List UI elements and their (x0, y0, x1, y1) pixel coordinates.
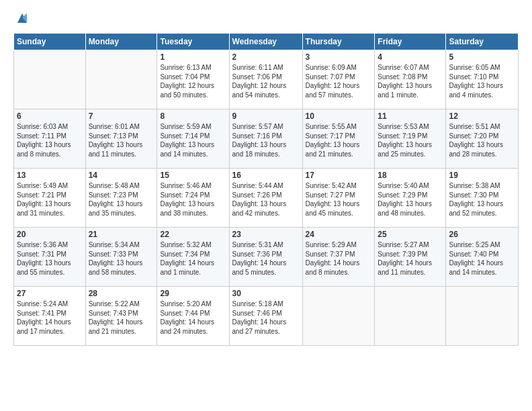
calendar-cell: 17Sunrise: 5:42 AM Sunset: 7:27 PM Dayli… (302, 169, 375, 228)
day-info: Sunrise: 5:57 AM Sunset: 7:16 PM Dayligh… (232, 122, 300, 158)
day-info: Sunrise: 6:01 AM Sunset: 7:13 PM Dayligh… (89, 122, 154, 158)
day-info: Sunrise: 5:51 AM Sunset: 7:20 PM Dayligh… (449, 122, 515, 158)
calendar-cell: 16Sunrise: 5:44 AM Sunset: 7:26 PM Dayli… (229, 169, 302, 228)
day-info: Sunrise: 6:03 AM Sunset: 7:11 PM Dayligh… (17, 122, 83, 158)
day-number: 27 (17, 289, 83, 298)
calendar-cell: 14Sunrise: 5:48 AM Sunset: 7:23 PM Dayli… (85, 169, 157, 228)
day-number: 6 (17, 111, 83, 121)
day-info: Sunrise: 6:05 AM Sunset: 7:10 PM Dayligh… (449, 63, 515, 99)
calendar-cell (85, 50, 157, 109)
day-number: 17 (306, 171, 372, 180)
calendar-cell: 10Sunrise: 5:55 AM Sunset: 7:17 PM Dayli… (302, 109, 375, 169)
day-number: 12 (449, 111, 515, 121)
calendar-cell: 4Sunrise: 6:07 AM Sunset: 7:08 PM Daylig… (375, 50, 446, 109)
calendar-cell: 2Sunrise: 6:11 AM Sunset: 7:06 PM Daylig… (229, 50, 302, 109)
calendar-week-row: 13Sunrise: 5:49 AM Sunset: 7:21 PM Dayli… (14, 169, 519, 228)
logo (13, 11, 30, 29)
calendar-table: SundayMondayTuesdayWednesdayThursdayFrid… (13, 33, 519, 346)
day-number: 8 (160, 111, 226, 121)
calendar-cell: 8Sunrise: 5:59 AM Sunset: 7:14 PM Daylig… (157, 109, 229, 169)
day-number: 15 (160, 171, 226, 180)
calendar-cell: 6Sunrise: 6:03 AM Sunset: 7:11 PM Daylig… (14, 109, 86, 169)
day-number: 20 (17, 230, 83, 239)
calendar-cell: 25Sunrise: 5:27 AM Sunset: 7:39 PM Dayli… (375, 228, 446, 287)
day-number: 7 (89, 111, 154, 121)
calendar-cell: 5Sunrise: 6:05 AM Sunset: 7:10 PM Daylig… (446, 50, 519, 109)
calendar-cell: 12Sunrise: 5:51 AM Sunset: 7:20 PM Dayli… (446, 109, 519, 169)
day-info: Sunrise: 5:32 AM Sunset: 7:34 PM Dayligh… (160, 240, 226, 277)
day-info: Sunrise: 5:38 AM Sunset: 7:30 PM Dayligh… (449, 181, 515, 218)
calendar-cell: 23Sunrise: 5:31 AM Sunset: 7:36 PM Dayli… (229, 228, 302, 287)
day-info: Sunrise: 5:24 AM Sunset: 7:41 PM Dayligh… (17, 300, 83, 336)
day-number: 5 (449, 52, 515, 62)
calendar-cell: 22Sunrise: 5:32 AM Sunset: 7:34 PM Dayli… (157, 228, 229, 287)
day-info: Sunrise: 5:53 AM Sunset: 7:19 PM Dayligh… (378, 122, 443, 158)
calendar-week-row: 1Sunrise: 6:13 AM Sunset: 7:04 PM Daylig… (14, 50, 519, 109)
calendar-header-row: SundayMondayTuesdayWednesdayThursdayFrid… (14, 34, 519, 50)
day-number: 16 (232, 171, 300, 180)
calendar-cell: 7Sunrise: 6:01 AM Sunset: 7:13 PM Daylig… (85, 109, 157, 169)
calendar-cell: 24Sunrise: 5:29 AM Sunset: 7:37 PM Dayli… (302, 228, 375, 287)
calendar-header-sunday: Sunday (14, 34, 86, 50)
calendar-cell (302, 287, 375, 346)
day-number: 14 (89, 171, 154, 180)
calendar-cell: 3Sunrise: 6:09 AM Sunset: 7:07 PM Daylig… (302, 50, 375, 109)
day-number: 25 (378, 230, 443, 239)
day-number: 4 (378, 52, 443, 62)
day-info: Sunrise: 6:13 AM Sunset: 7:04 PM Dayligh… (160, 63, 226, 99)
day-info: Sunrise: 5:44 AM Sunset: 7:26 PM Dayligh… (232, 181, 300, 218)
day-number: 23 (232, 230, 300, 239)
day-info: Sunrise: 5:48 AM Sunset: 7:23 PM Dayligh… (89, 181, 154, 218)
calendar-header-friday: Friday (375, 34, 446, 50)
calendar-cell: 26Sunrise: 5:25 AM Sunset: 7:40 PM Dayli… (446, 228, 519, 287)
day-number: 21 (89, 230, 154, 239)
calendar-cell (446, 287, 519, 346)
calendar-cell: 30Sunrise: 5:18 AM Sunset: 7:46 PM Dayli… (229, 287, 302, 346)
day-number: 1 (160, 52, 226, 62)
day-number: 3 (306, 52, 372, 62)
day-info: Sunrise: 5:31 AM Sunset: 7:36 PM Dayligh… (232, 240, 300, 277)
day-info: Sunrise: 5:55 AM Sunset: 7:17 PM Dayligh… (306, 122, 372, 158)
calendar-header-tuesday: Tuesday (157, 34, 229, 50)
day-number: 9 (232, 111, 300, 121)
day-number: 2 (232, 52, 300, 62)
calendar-cell (375, 287, 446, 346)
calendar-cell: 18Sunrise: 5:40 AM Sunset: 7:29 PM Dayli… (375, 169, 446, 228)
day-number: 24 (306, 230, 372, 239)
day-number: 13 (17, 171, 83, 180)
day-number: 29 (160, 289, 226, 298)
calendar-cell: 20Sunrise: 5:36 AM Sunset: 7:31 PM Dayli… (14, 228, 86, 287)
calendar-cell (14, 50, 86, 109)
calendar-cell: 27Sunrise: 5:24 AM Sunset: 7:41 PM Dayli… (14, 287, 86, 346)
calendar-cell: 21Sunrise: 5:34 AM Sunset: 7:33 PM Dayli… (85, 228, 157, 287)
day-info: Sunrise: 5:36 AM Sunset: 7:31 PM Dayligh… (17, 240, 83, 277)
day-info: Sunrise: 5:27 AM Sunset: 7:39 PM Dayligh… (378, 240, 443, 277)
day-info: Sunrise: 5:25 AM Sunset: 7:40 PM Dayligh… (449, 240, 515, 277)
calendar-cell: 28Sunrise: 5:22 AM Sunset: 7:43 PM Dayli… (85, 287, 157, 346)
day-info: Sunrise: 5:40 AM Sunset: 7:29 PM Dayligh… (378, 181, 443, 218)
day-number: 18 (378, 171, 443, 180)
calendar-week-row: 6Sunrise: 6:03 AM Sunset: 7:11 PM Daylig… (14, 109, 519, 169)
day-number: 28 (89, 289, 154, 298)
calendar-cell: 29Sunrise: 5:20 AM Sunset: 7:44 PM Dayli… (157, 287, 229, 346)
calendar-header-saturday: Saturday (446, 34, 519, 50)
calendar-header-thursday: Thursday (302, 34, 375, 50)
calendar-cell: 11Sunrise: 5:53 AM Sunset: 7:19 PM Dayli… (375, 109, 446, 169)
day-info: Sunrise: 5:59 AM Sunset: 7:14 PM Dayligh… (160, 122, 226, 158)
day-info: Sunrise: 6:11 AM Sunset: 7:06 PM Dayligh… (232, 63, 300, 99)
day-info: Sunrise: 5:42 AM Sunset: 7:27 PM Dayligh… (306, 181, 372, 218)
day-info: Sunrise: 6:09 AM Sunset: 7:07 PM Dayligh… (306, 63, 372, 99)
calendar-cell: 13Sunrise: 5:49 AM Sunset: 7:21 PM Dayli… (14, 169, 86, 228)
calendar-cell: 1Sunrise: 6:13 AM Sunset: 7:04 PM Daylig… (157, 50, 229, 109)
day-number: 10 (306, 111, 372, 121)
day-number: 30 (232, 289, 300, 298)
day-number: 11 (378, 111, 443, 121)
day-info: Sunrise: 6:07 AM Sunset: 7:08 PM Dayligh… (378, 63, 443, 99)
calendar-week-row: 20Sunrise: 5:36 AM Sunset: 7:31 PM Dayli… (14, 228, 519, 287)
header (13, 11, 519, 29)
day-info: Sunrise: 5:22 AM Sunset: 7:43 PM Dayligh… (89, 300, 154, 336)
calendar-header-monday: Monday (85, 34, 157, 50)
day-info: Sunrise: 5:20 AM Sunset: 7:44 PM Dayligh… (160, 300, 226, 336)
calendar-cell: 19Sunrise: 5:38 AM Sunset: 7:30 PM Dayli… (446, 169, 519, 228)
day-number: 19 (449, 171, 515, 180)
